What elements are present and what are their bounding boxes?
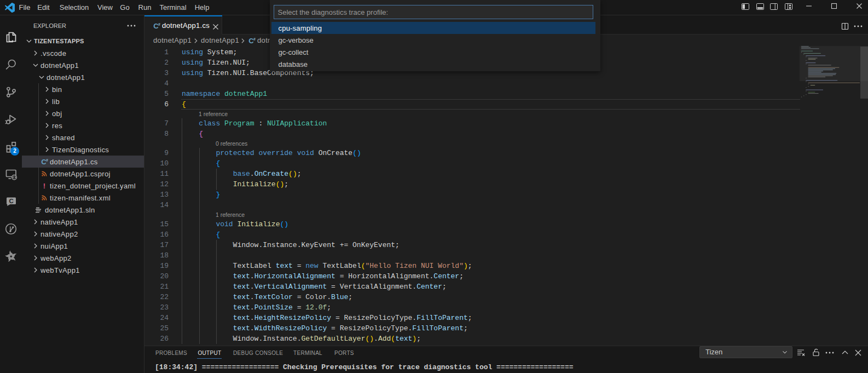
svg-text:#: # — [253, 37, 256, 41]
svg-text:#: # — [46, 158, 48, 162]
svg-text:#: # — [158, 22, 160, 26]
svg-text:!: ! — [43, 182, 45, 190]
svg-text:C: C — [9, 198, 13, 204]
